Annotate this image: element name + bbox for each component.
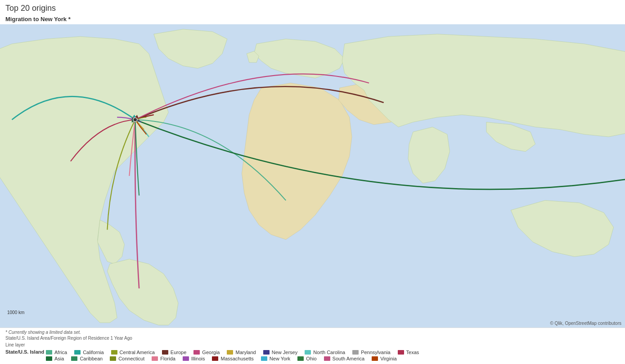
- legend-item: Asia: [46, 356, 64, 361]
- legend-swatch: [305, 350, 311, 355]
- legend-swatch: [71, 356, 77, 361]
- footer: * Currently showing a limited data set. …: [0, 328, 625, 364]
- legend-item: Massachusetts: [212, 356, 253, 361]
- legend-swatch: [263, 350, 270, 355]
- legend-swatch: [297, 356, 304, 361]
- legend-label: Florida: [160, 356, 175, 361]
- legend-swatch: [74, 350, 81, 355]
- legend-label: Pennsylvania: [361, 350, 390, 355]
- legend-label: Connecticut: [118, 356, 144, 361]
- legend-label: Ohio: [306, 356, 316, 361]
- legend-item: Pennsylvania: [352, 350, 390, 355]
- legend-item: New York: [261, 356, 290, 361]
- legend-swatch: [46, 350, 52, 355]
- legend-label: Central America: [120, 350, 155, 355]
- legend-label: Africa: [54, 350, 67, 355]
- legend-swatch: [324, 356, 330, 361]
- legend-swatch: [152, 356, 158, 361]
- legend-label: New York: [270, 356, 290, 361]
- legend-item: North Carolina: [305, 350, 345, 355]
- legend-label: Texas: [406, 350, 419, 355]
- scale-bar: 1000 km: [5, 310, 24, 315]
- legend-item: Central America: [111, 350, 155, 355]
- map-subtitle: Migration to New York *: [0, 15, 625, 24]
- footnote3: Line layer: [5, 342, 620, 347]
- map-container[interactable]: 1000 km © Qlik, OpenStreetMap contributo…: [0, 24, 625, 328]
- legend-item: South America: [324, 356, 365, 361]
- legend-label: Massachusetts: [220, 356, 253, 361]
- legend-item: Florida: [152, 356, 175, 361]
- legend-swatch: [110, 356, 116, 361]
- legend-swatch: [227, 350, 233, 355]
- footnote2: State/U.S. Island Area/Foreign Region of…: [5, 336, 620, 341]
- legend-label: Illinois: [191, 356, 205, 361]
- legend-label: Maryland: [235, 350, 256, 355]
- legend-label: New Jersey: [272, 350, 297, 355]
- page-title: Top 20 origins: [0, 0, 625, 15]
- legend-item: Illinois: [183, 356, 205, 361]
- legend-label: Caribbean: [80, 356, 103, 361]
- map-attribution: © Qlik, OpenStreetMap contributors: [550, 321, 621, 326]
- legend-row: AfricaCaliforniaCentral AmericaEuropeGeo…: [46, 350, 620, 355]
- legend-item: Texas: [398, 350, 419, 355]
- legend-label: Europe: [171, 350, 186, 355]
- legend-label: North Carolina: [313, 350, 345, 355]
- legend-swatch: [183, 356, 189, 361]
- legend-swatch: [398, 350, 404, 355]
- legend-item: California: [74, 350, 103, 355]
- legend-item: Virginia: [372, 356, 397, 361]
- legend-item: Ohio: [297, 356, 316, 361]
- legend-item: Europe: [162, 350, 186, 355]
- page-container: Top 20 origins Migration to New York *: [0, 0, 625, 364]
- legend-swatch: [162, 350, 168, 355]
- legend-label: California: [83, 350, 103, 355]
- legend-swatch: [46, 356, 52, 361]
- legend-item: Caribbean: [71, 356, 103, 361]
- legend-label: Asia: [54, 356, 64, 361]
- legend-item: Africa: [46, 350, 67, 355]
- legend-label: South America: [333, 356, 365, 361]
- legend-swatch: [261, 356, 267, 361]
- legend-swatch: [352, 350, 359, 355]
- legend-row: AsiaCaribbeanConnecticutFloridaIllinoisM…: [46, 356, 620, 361]
- legend-swatch: [212, 356, 218, 361]
- footnote1: * Currently showing a limited data set.: [5, 330, 620, 335]
- legend-swatch: [193, 350, 200, 355]
- scale-label: 1000 km: [7, 310, 24, 315]
- map-svg: [0, 24, 625, 328]
- legend-swatch: [111, 350, 117, 355]
- legend-item: Connecticut: [110, 356, 144, 361]
- legend-label: Virginia: [380, 356, 397, 361]
- svg-point-9: [133, 118, 137, 122]
- legend-label: Georgia: [202, 350, 220, 355]
- legend-item: New Jersey: [263, 350, 297, 355]
- legend-item: Maryland: [227, 350, 256, 355]
- legend-swatch: [372, 356, 378, 361]
- legend-item: Georgia: [193, 350, 220, 355]
